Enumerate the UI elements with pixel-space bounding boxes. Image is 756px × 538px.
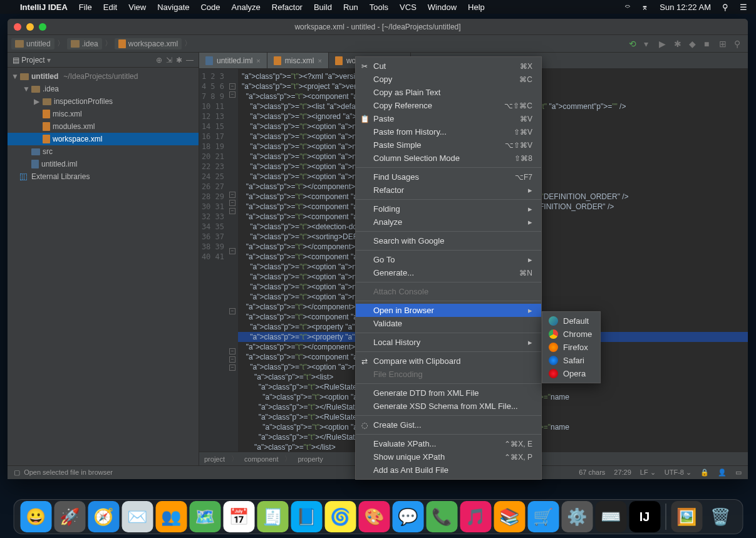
debug-icon[interactable]: ✱ [674,39,684,49]
menubar-item[interactable]: Edit [103,3,117,12]
menubar-item[interactable]: Build [314,3,332,12]
context-menu-item[interactable]: Go To▸ [356,253,541,266]
status-lock-icon[interactable]: 🔒 [700,468,709,477]
menubar-item[interactable]: File [79,3,92,12]
dock-app[interactable]: 💬 [392,501,423,532]
status-indicator-icon[interactable]: ▭ [735,468,742,477]
context-menu-item[interactable]: Open in Browser▸ [356,304,541,317]
menubar-item[interactable]: Code [200,3,220,12]
submenu-item[interactable]: Firefox [542,341,600,354]
project-tree[interactable]: ▼untitled~/IdeaProjects/untitled ▼.idea … [8,68,199,465]
menubar-item[interactable]: View [128,3,146,12]
collapse-all-icon[interactable]: ⇲ [166,56,172,65]
context-menu-item[interactable]: ⇄Compare with Clipboard [356,354,541,368]
close-tab-icon[interactable]: × [256,57,260,65]
submenu-item[interactable]: Safari [542,354,600,367]
menubar-item[interactable]: VCS [400,3,417,12]
context-menu-item[interactable]: ✂Cut⌘X [356,59,541,73]
context-menu-item[interactable]: Copy as Plain Text [356,86,541,99]
dock-app[interactable]: 🧭 [88,501,119,532]
menubar-clock[interactable]: Sun 12:22 AM [660,3,711,12]
context-menu-item[interactable]: Folding▸ [356,202,541,215]
dock-app[interactable]: ⌨️ [595,501,626,532]
spotlight-icon[interactable]: ⚲ [722,3,728,12]
hide-tool-window-icon[interactable]: — [186,56,194,65]
editor-tab[interactable]: misc.xml× [267,53,329,68]
editor-context-menu[interactable]: ✂Cut⌘XCopy⌘CCopy as Plain TextCopy Refer… [355,56,542,480]
dock-folder[interactable]: 🖼️ [671,501,702,532]
dock-trash[interactable]: 🗑️ [705,501,736,532]
context-menu-item[interactable]: Find Usages⌥F7 [356,170,541,184]
dock-app[interactable]: 🛒 [527,501,559,532]
context-menu-item[interactable]: Copy Reference⌥⇧⌘C [356,99,541,112]
context-menu-item[interactable]: ◌Create Gist... [356,418,541,432]
control-center-icon[interactable]: ☰ [740,3,747,12]
context-menu-item[interactable]: Paste Simple⌥⇧⌘V [356,138,541,152]
dock-app[interactable]: 📞 [426,501,457,532]
context-menu-item[interactable]: 📋Paste⌘V [356,112,541,125]
context-menu-item[interactable]: Validate [356,317,541,330]
context-menu-item[interactable]: Paste from History...⇧⌘V [356,125,541,138]
locate-icon[interactable]: ⊕ [156,56,162,65]
context-menu-item[interactable]: Copy⌘C [356,73,541,86]
menubar-item[interactable]: Tools [370,3,388,12]
dock-app[interactable]: 🗺️ [189,501,220,532]
status-caret-position[interactable]: 27:29 [614,468,631,477]
menubar-item[interactable]: Window [428,3,457,12]
dock-app[interactable]: 🌀 [324,501,356,532]
menubar-item[interactable]: Help [468,3,485,12]
run-icon[interactable]: ▶ [659,39,669,49]
structure-icon[interactable]: ⊞ [719,39,729,49]
editor-tab[interactable]: untitled.iml× [199,53,267,68]
context-menu-item[interactable]: Show unique XPath⌃⌘X, P [356,450,541,463]
settings-gear-icon[interactable]: ✱ [176,56,182,65]
context-menu-item[interactable]: Evaluate XPath...⌃⌘X, E [356,437,541,450]
menubar-tray-icon[interactable]: ⌆ [641,3,648,12]
search-everywhere-icon[interactable]: ⚲ [734,39,744,49]
dock-app[interactable]: 📘 [291,501,322,532]
dock-app[interactable]: ⚙️ [561,501,593,532]
context-menu-item[interactable]: Generate XSD Schema from XML File... [356,400,541,413]
context-menu-item[interactable]: Column Selection Mode⇧⌘8 [356,152,541,165]
open-in-browser-submenu[interactable]: DefaultChromeFirefoxSafariOpera [542,311,601,383]
dock-app[interactable]: 🎨 [358,501,390,532]
context-menu-item[interactable]: Local History▸ [356,336,541,349]
menubar-item[interactable]: Navigate [157,3,189,12]
context-menu-item[interactable]: Refactor▸ [356,184,541,197]
status-inspection-icon[interactable]: 👤 [718,468,727,477]
context-menu-item[interactable]: Generate DTD from XML File [356,386,541,400]
submenu-item[interactable]: Opera [542,367,600,380]
context-menu-item[interactable]: Add as Ant Build File [356,463,541,477]
tree-item-selected[interactable]: workspace.xml [8,133,199,145]
dock-app[interactable]: ✉️ [122,501,153,532]
editor-gutter[interactable]: 1 2 3 4 5 6 7 8 9 10 11 12 13 14 15 16 1… [199,69,229,452]
menubar-bluetooth-icon[interactable]: ⌔ [625,3,630,12]
dock-app[interactable]: 📅 [223,501,254,532]
build-icon[interactable]: ⟲ [629,39,639,49]
submenu-item[interactable]: Chrome [542,328,600,341]
macos-dock[interactable]: 😀🚀🧭✉️👥🗺️📅🧾📘🌀🎨💬📞🎵📚🛒⚙️⌨️IJ🖼️🗑️ [13,499,743,534]
menubar-item[interactable]: Refactor [272,3,303,12]
context-menu-item[interactable]: Search with Google [356,234,541,247]
menubar-item[interactable]: Analyze [232,3,261,12]
dock-app[interactable]: 👥 [155,501,187,532]
context-menu-item[interactable]: Analyze▸ [356,215,541,229]
dock-app[interactable]: 🧾 [257,501,288,532]
dock-app[interactable]: 😀 [20,501,51,532]
menubar-item[interactable]: Run [343,3,358,12]
coverage-icon[interactable]: ◆ [689,39,699,49]
dock-app-intellij[interactable]: IJ [629,501,660,532]
stop-icon[interactable]: ■ [704,39,714,49]
run-config-dropdown[interactable]: ▾ [644,39,654,49]
dock-app[interactable]: 📚 [494,501,525,532]
breadcrumb[interactable]: untitled〉 .idea〉 workspace.xml〉 [11,38,193,49]
menubar-app-name[interactable]: IntelliJ IDEA [20,3,68,12]
dock-app[interactable]: 🎵 [460,501,491,532]
fold-gutter[interactable]: −−−−−−−−−− [229,69,238,452]
dock-app[interactable]: 🚀 [54,501,85,532]
status-line-separator[interactable]: LF [640,468,648,476]
context-menu-item[interactable]: Generate...⌘N [356,266,541,279]
submenu-item[interactable]: Default [542,314,600,328]
close-tab-icon[interactable]: × [318,57,321,65]
status-encoding[interactable]: UTF-8 [665,468,684,476]
